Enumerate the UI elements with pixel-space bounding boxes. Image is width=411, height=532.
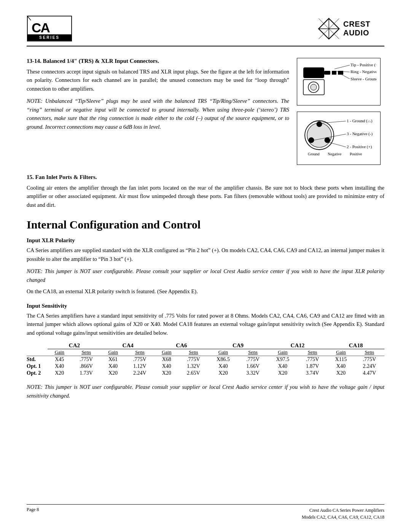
svg-text:Ring - Negative (-): Ring - Negative (-) [350, 69, 376, 74]
input-sensitivity-note: NOTE: This jumper is NOT user configurab… [27, 383, 384, 400]
section13-heading: 13-14. Balanced 1/4" (TRS) & XLR Input C… [27, 58, 289, 64]
opt2-ca12-gain: X20 [268, 370, 298, 377]
std-ca4-gain: X61 [101, 356, 125, 363]
opt2-ca18-sens: 4.47V [355, 370, 384, 377]
ca6-gain-sub: Gain [155, 349, 179, 356]
connectors-text: 13-14. Balanced 1/4" (TRS) & XLR Input C… [27, 58, 289, 167]
col-empty [27, 342, 48, 349]
opt2-ca6-sens: 2.65V [178, 370, 208, 377]
svg-line-18 [335, 65, 350, 69]
std-ca4-sens: .775V [125, 356, 155, 363]
input-sensitivity-heading: Input Sensitivity [27, 303, 384, 309]
sensitivity-table-body: Std. X45 .775V X61 .775V X68 .775V X86.5… [27, 356, 384, 377]
ca4-gain-sub: Gain [101, 349, 125, 356]
svg-point-29 [317, 121, 322, 127]
footer: Page 8 Crest Audio CA Series Power Ampli… [27, 504, 384, 521]
page-number: Page 8 [27, 507, 39, 513]
sensitivity-table: CA2 CA4 CA6 CA9 CA12 CA18 Gain Sens Gain… [27, 342, 384, 377]
sub-empty [27, 349, 48, 356]
opt2-ca9-gain: X20 [208, 370, 238, 377]
opt1-ca12-gain: X40 [268, 363, 298, 370]
trs-diagram: Tip - Positive (+) Ring - Negative (-) S… [297, 58, 381, 105]
svg-rect-12 [303, 67, 324, 78]
section13-para1: These connectors accept input signals on… [27, 67, 289, 93]
opt1-ca9-sens: 1.66V [238, 363, 268, 370]
opt1-ca4-gain: X40 [101, 363, 125, 370]
col-ca18-header: CA18 [327, 342, 384, 349]
section15: 15. Fan Inlet Ports & Filters. Cooling a… [27, 174, 384, 209]
std-ca2-sens: .775V [72, 356, 101, 363]
opt2-ca2-gain: X20 [48, 370, 72, 377]
opt1-ca12-sens: 1.87V [298, 363, 327, 370]
col-ca4-header: CA4 [101, 342, 155, 349]
svg-text:2 - Positive (+): 2 - Positive (+) [347, 144, 372, 149]
std-ca6-sens: .775V [178, 356, 208, 363]
row-std-label: Std. [27, 356, 48, 363]
row-opt2-label: Opt. 2 [27, 370, 48, 377]
col-ca12-header: CA12 [268, 342, 327, 349]
xlr-polarity-extra: On the CA18, an external XLR polarity sw… [27, 287, 384, 296]
footer-right: Crest Audio CA Series Power Amplifiers M… [302, 507, 384, 521]
svg-text:Negative: Negative [328, 152, 342, 156]
svg-text:CA: CA [32, 20, 50, 35]
opt2-ca2-sens: 1.73V [72, 370, 101, 377]
page: CA SERIES CREST AUDIO 13-14. Bal [0, 0, 411, 532]
opt2-ca9-sens: 3.32V [238, 370, 268, 377]
svg-text:Ground: Ground [308, 152, 320, 156]
xlr-diagram-svg: 1 - Ground (⌓) 3 - Negative (-) 2 - Posi… [300, 114, 376, 160]
svg-rect-14 [330, 70, 332, 75]
ca-series-logo: CA SERIES [27, 15, 72, 42]
ca2-sens-sub: Sens [72, 349, 101, 356]
svg-text:3 - Negative (-): 3 - Negative (-) [347, 131, 373, 136]
footer-title: Crest Audio CA Series Power Amplifiers [302, 507, 384, 514]
xlr-polarity-section: Input XLR Polarity CA Series amplifiers … [27, 237, 384, 296]
ca9-gain-sub: Gain [208, 349, 238, 356]
opt1-ca18-gain: X40 [327, 363, 354, 370]
opt1-ca2-sens: .866V [72, 363, 101, 370]
xlr-polarity-para: CA Series amplifiers are supplied standa… [27, 246, 384, 263]
std-ca9-gain: X86.5 [208, 356, 238, 363]
header: CA SERIES CREST AUDIO [27, 15, 384, 46]
xlr-polarity-note: NOTE: This jumper is NOT user configurab… [27, 267, 384, 284]
std-ca18-gain: X115 [327, 356, 354, 363]
std-ca18-sens: .775V [355, 356, 384, 363]
sensitivity-table-wrapper: CA2 CA4 CA6 CA9 CA12 CA18 Gain Sens Gain… [27, 342, 384, 377]
input-sensitivity-para: The CA Series amplifiers have a standard… [27, 312, 384, 337]
col-ca9-header: CA9 [208, 342, 268, 349]
opt2-ca18-gain: X20 [327, 370, 354, 377]
svg-text:Sleeve - Ground (⌓): Sleeve - Ground (⌓) [350, 77, 376, 81]
xlr-polarity-heading: Input XLR Polarity [27, 237, 384, 244]
std-ca12-sens: .775V [298, 356, 327, 363]
svg-rect-16 [336, 70, 338, 75]
std-ca2-gain: X45 [48, 356, 72, 363]
svg-point-31 [325, 137, 330, 143]
svg-line-20 [342, 75, 350, 79]
svg-point-30 [309, 137, 314, 143]
ca2-gain-sub: Gain [48, 349, 72, 356]
svg-text:SERIES: SERIES [39, 35, 60, 40]
svg-point-26 [311, 84, 317, 90]
main-title: Internal Configuration and Control [27, 218, 384, 231]
svg-text:Positive: Positive [350, 152, 362, 156]
svg-text:Tip - Positive (+): Tip - Positive (+) [350, 62, 376, 67]
svg-text:1 - Ground (⌓): 1 - Ground (⌓) [347, 118, 373, 123]
opt2-ca4-gain: X20 [101, 370, 125, 377]
opt1-ca4-sens: 1.12V [125, 363, 155, 370]
std-ca6-gain: X68 [155, 356, 179, 363]
table-row-std: Std. X45 .775V X61 .775V X68 .775V X86.5… [27, 356, 384, 363]
connectors-section: 13-14. Balanced 1/4" (TRS) & XLR Input C… [27, 58, 384, 167]
section13-note1: NOTE: Unbalanced “Tip/Sleeve” plugs may … [27, 97, 289, 131]
ca12-sens-sub: Sens [298, 349, 327, 356]
trs-diagram-svg: Tip - Positive (+) Ring - Negative (-) S… [300, 61, 376, 101]
ca12-gain-sub: Gain [268, 349, 298, 356]
opt2-ca4-sens: 2.24V [125, 370, 155, 377]
connector-diagrams: Tip - Positive (+) Ring - Negative (-) S… [297, 58, 384, 167]
ca9-sens-sub: Sens [238, 349, 268, 356]
section15-heading: 15. Fan Inlet Ports & Filters. [27, 174, 384, 181]
svg-rect-13 [324, 71, 330, 75]
col-ca6-header: CA6 [155, 342, 209, 349]
opt2-ca12-sens: 3.74V [298, 370, 327, 377]
row-opt1-label: Opt. 1 [27, 363, 48, 370]
ca18-gain-sub: Gain [327, 349, 354, 356]
crest-audio-logo: CREST AUDIO [316, 15, 384, 42]
